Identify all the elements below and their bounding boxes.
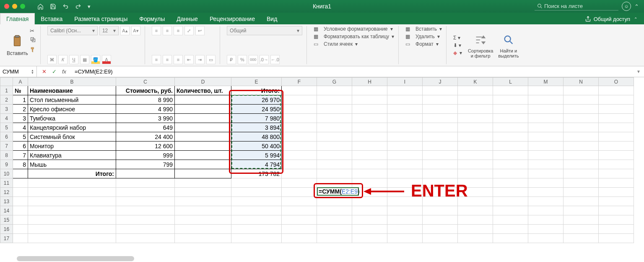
row-header[interactable]: 5 <box>0 123 13 132</box>
cell[interactable] <box>231 178 282 188</box>
close-window[interactable] <box>4 4 9 9</box>
expand-formula-icon[interactable]: ▼ <box>633 69 644 74</box>
row-header[interactable]: 1 <box>0 86 13 95</box>
cell[interactable] <box>352 114 387 123</box>
cell[interactable] <box>387 86 423 95</box>
font-name-select[interactable]: Calibri (Осн...▾ <box>47 26 98 35</box>
cell[interactable] <box>493 141 528 151</box>
cell[interactable] <box>493 188 528 197</box>
cell[interactable] <box>564 234 599 243</box>
cell[interactable] <box>387 225 423 234</box>
cell[interactable]: 173 782 <box>231 169 282 178</box>
row-header[interactable]: 7 <box>0 141 13 151</box>
cell[interactable] <box>282 225 317 234</box>
cell[interactable] <box>599 225 634 234</box>
col-header[interactable]: B <box>28 78 116 86</box>
cell[interactable] <box>231 188 282 197</box>
cell[interactable] <box>599 151 634 160</box>
cell[interactable] <box>282 95 317 105</box>
cell[interactable] <box>458 160 493 169</box>
currency-icon[interactable]: ₽ <box>227 55 236 64</box>
cell[interactable] <box>175 151 231 160</box>
cell[interactable] <box>387 169 423 178</box>
cell[interactable] <box>175 105 231 114</box>
cell[interactable] <box>458 141 493 151</box>
minimize-window[interactable] <box>12 4 17 9</box>
cell[interactable] <box>13 215 28 225</box>
cell[interactable]: 4 <box>13 123 28 132</box>
cell[interactable] <box>317 95 352 105</box>
cell[interactable] <box>116 234 175 243</box>
active-cell-edit[interactable]: =СУММ(E2:E9) <box>317 187 359 196</box>
col-header[interactable]: K <box>458 78 493 86</box>
cell[interactable] <box>493 123 528 132</box>
insert-cells-button[interactable]: ▦Вставить▾ <box>405 26 442 32</box>
cell[interactable]: 12 600 <box>116 141 175 151</box>
row-header[interactable]: 8 <box>0 151 13 160</box>
cell[interactable] <box>387 234 423 243</box>
cell[interactable] <box>352 197 387 206</box>
wrap-text-icon[interactable]: ↩ <box>195 26 205 35</box>
align-middle-icon[interactable]: ≡ <box>163 26 172 35</box>
cancel-formula-icon[interactable]: ✕ <box>40 68 48 76</box>
cell[interactable] <box>599 123 634 132</box>
row-header[interactable]: 17 <box>0 234 13 243</box>
cell[interactable] <box>458 86 493 95</box>
cell[interactable] <box>564 160 599 169</box>
cell[interactable] <box>317 132 352 141</box>
italic-button[interactable]: К <box>58 55 68 64</box>
cell[interactable] <box>458 105 493 114</box>
cell[interactable] <box>528 206 564 215</box>
cell[interactable] <box>528 141 564 151</box>
column-headers[interactable]: A B C D E F G H I J K L M N O <box>0 78 634 86</box>
cell[interactable] <box>352 169 387 178</box>
cell[interactable]: Стол письменный <box>28 95 116 105</box>
cell[interactable] <box>317 151 352 160</box>
sort-filter-button[interactable]: Сортировка и фильтр <box>465 31 496 59</box>
cell[interactable] <box>317 234 352 243</box>
cell[interactable] <box>599 234 634 243</box>
cell[interactable] <box>317 114 352 123</box>
cell[interactable] <box>387 114 423 123</box>
cell[interactable] <box>13 225 28 234</box>
cell[interactable] <box>387 151 423 160</box>
cell[interactable] <box>493 95 528 105</box>
cell[interactable] <box>528 95 564 105</box>
cell[interactable] <box>458 95 493 105</box>
cell[interactable]: Наименование <box>28 86 116 95</box>
cell[interactable] <box>13 169 28 178</box>
cell[interactable] <box>387 105 423 114</box>
cell[interactable] <box>352 178 387 188</box>
align-bottom-icon[interactable]: ≡ <box>174 26 183 35</box>
cell[interactable] <box>493 105 528 114</box>
cell[interactable] <box>28 215 116 225</box>
cell[interactable] <box>175 188 231 197</box>
cell[interactable] <box>458 114 493 123</box>
cell[interactable] <box>423 160 458 169</box>
cell[interactable]: Мышь <box>28 160 116 169</box>
cell[interactable] <box>352 225 387 234</box>
find-select-button[interactable]: Найти и выделить <box>496 31 521 59</box>
cell[interactable] <box>599 215 634 225</box>
cell[interactable] <box>387 132 423 141</box>
cell[interactable] <box>493 114 528 123</box>
cell[interactable] <box>493 169 528 178</box>
row-header[interactable]: 10 <box>0 169 13 178</box>
cell[interactable] <box>528 132 564 141</box>
cell[interactable] <box>528 188 564 197</box>
cell[interactable] <box>599 188 634 197</box>
cell[interactable] <box>282 141 317 151</box>
bold-button[interactable]: Ж <box>47 55 57 64</box>
cut-icon[interactable]: ✂ <box>30 28 36 34</box>
horizontal-scrollbar[interactable] <box>17 256 134 261</box>
cell[interactable]: Канцелярский набор <box>28 123 116 132</box>
cell[interactable]: 26 970 <box>231 95 282 105</box>
row-header[interactable]: 15 <box>0 215 13 225</box>
cell[interactable] <box>231 197 282 206</box>
cell[interactable] <box>564 225 599 234</box>
cell[interactable] <box>564 215 599 225</box>
cell[interactable] <box>564 169 599 178</box>
cell[interactable] <box>116 206 175 215</box>
cell[interactable] <box>175 215 231 225</box>
decrease-font-icon[interactable]: A▾ <box>131 26 140 35</box>
